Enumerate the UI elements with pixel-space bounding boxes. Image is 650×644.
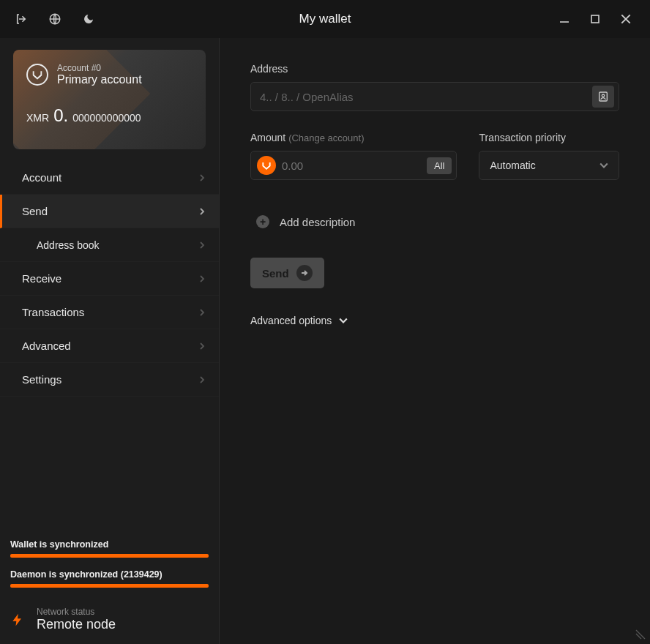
priority-value: Automatic (490, 160, 535, 171)
sidebar-item-account[interactable]: Account (0, 161, 219, 195)
window-title: My wallet (299, 12, 351, 26)
maximize-button[interactable] (584, 8, 606, 30)
titlebar: My wallet (0, 0, 650, 38)
chevron-right-icon (198, 208, 206, 215)
main-panel: Address Amount (Change account) All (220, 38, 650, 644)
account-name: Primary account (57, 73, 142, 86)
network-status-caption: Network status (37, 607, 116, 617)
address-label: Address (250, 63, 619, 75)
sidebar-item-send[interactable]: Send (0, 195, 219, 228)
chevron-right-icon (198, 275, 206, 282)
sidebar-item-label: Send (22, 205, 48, 217)
sidebar-item-address-book[interactable]: Address book (0, 228, 219, 262)
svg-point-6 (602, 94, 604, 97)
bolt-icon (10, 610, 25, 630)
amount-input-wrap: All (250, 151, 457, 180)
chevron-right-icon (198, 309, 206, 316)
daemon-sync-label: Daemon is synchronized (2139429) (10, 569, 209, 580)
daemon-sync-bar (10, 584, 209, 588)
all-button[interactable]: All (427, 157, 452, 174)
balance-integer: 0. (53, 105, 68, 126)
minimize-button[interactable] (553, 8, 575, 30)
logout-icon[interactable] (13, 11, 29, 27)
change-account-link[interactable]: (Change account) (288, 132, 364, 143)
balance-currency: XMR (26, 112, 49, 124)
send-button[interactable]: Send (250, 258, 324, 288)
moon-icon[interactable] (81, 11, 97, 27)
sidebar-item-label: Receive (22, 272, 61, 285)
sidebar-item-advanced[interactable]: Advanced (0, 329, 219, 363)
close-button[interactable] (615, 8, 637, 30)
priority-label: Transaction priority (479, 132, 619, 143)
sidebar-item-label: Address book (37, 239, 100, 251)
plus-icon: + (256, 215, 269, 228)
resize-grip-icon[interactable] (635, 629, 646, 640)
sidebar: Account #0 Primary account XMR 0. 000000… (0, 38, 220, 644)
sidebar-item-label: Account (22, 171, 61, 184)
account-card[interactable]: Account #0 Primary account XMR 0. 000000… (13, 50, 206, 149)
sidebar-item-transactions[interactable]: Transactions (0, 296, 219, 329)
globe-icon[interactable] (47, 11, 63, 27)
window-controls (553, 8, 650, 30)
advanced-options-toggle[interactable]: Advanced options (250, 315, 619, 326)
chevron-down-icon (599, 161, 608, 170)
sync-status: Wallet is synchronized Daemon is synchro… (0, 531, 219, 599)
balance-decimal: 000000000000 (72, 112, 141, 124)
address-book-button[interactable] (592, 86, 614, 108)
chevron-right-icon (198, 342, 206, 350)
arrow-right-icon (296, 265, 313, 281)
amount-label: Amount (Change account) (250, 132, 457, 143)
address-input-wrap (250, 82, 619, 111)
sidebar-item-label: Advanced (22, 340, 71, 352)
add-description-button[interactable]: + Add description (250, 215, 619, 228)
monero-logo-icon (26, 64, 48, 86)
monero-badge-icon (257, 156, 276, 175)
sidebar-item-settings[interactable]: Settings (0, 363, 219, 397)
sidebar-item-label: Settings (22, 373, 61, 386)
account-number: Account #0 (57, 63, 142, 73)
address-input[interactable] (260, 91, 592, 103)
chevron-right-icon (198, 376, 206, 383)
chevron-right-icon (198, 242, 206, 249)
wallet-sync-label: Wallet is synchronized (10, 539, 209, 550)
network-status-value: Remote node (37, 617, 116, 632)
sidebar-item-receive[interactable]: Receive (0, 262, 219, 296)
chevron-down-icon (339, 316, 348, 325)
wallet-sync-bar (10, 554, 209, 558)
priority-select[interactable]: Automatic (479, 151, 619, 180)
sidebar-item-label: Transactions (22, 306, 84, 318)
titlebar-left (0, 11, 97, 27)
chevron-right-icon (198, 174, 206, 181)
amount-input[interactable] (282, 160, 421, 172)
svg-rect-2 (591, 15, 599, 23)
sidebar-nav: Account Send Address book Receive (0, 161, 219, 397)
network-status[interactable]: Network status Remote node (0, 599, 219, 644)
